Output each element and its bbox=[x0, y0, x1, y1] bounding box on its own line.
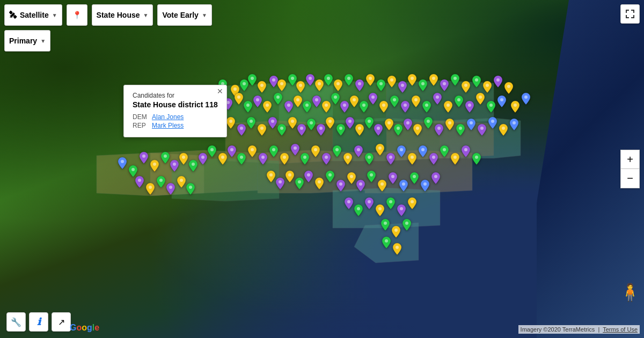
map-pin[interactable] bbox=[389, 172, 397, 187]
map-pin[interactable] bbox=[413, 124, 422, 138]
map-pin[interactable] bbox=[462, 145, 470, 160]
map-pin[interactable] bbox=[296, 81, 305, 95]
map-pin[interactable] bbox=[467, 119, 475, 133]
election-select[interactable]: Vote Early ▼ bbox=[157, 4, 211, 26]
map-pin[interactable] bbox=[487, 101, 495, 115]
district-select[interactable]: State House ▼ bbox=[92, 4, 153, 26]
map-pin[interactable] bbox=[326, 117, 334, 131]
map-pin[interactable] bbox=[350, 95, 358, 110]
map-pin[interactable] bbox=[419, 145, 427, 160]
map-pin[interactable] bbox=[306, 74, 314, 89]
map-pin[interactable] bbox=[397, 145, 406, 160]
map-pin[interactable] bbox=[345, 74, 353, 89]
map-pin[interactable] bbox=[422, 101, 431, 115]
map-pin[interactable] bbox=[365, 153, 374, 167]
map-pin[interactable] bbox=[456, 124, 465, 138]
map-pin[interactable] bbox=[346, 117, 354, 131]
map-pin[interactable] bbox=[494, 76, 502, 90]
map-pin[interactable] bbox=[288, 117, 297, 131]
map-container[interactable]: 🛰 Satellite ▼ 📍 State House ▼ Vote Early… bbox=[0, 0, 644, 338]
map-pin[interactable] bbox=[208, 145, 216, 160]
map-pin[interactable] bbox=[301, 153, 309, 167]
map-pin[interactable] bbox=[465, 101, 474, 115]
map-pin[interactable] bbox=[166, 183, 175, 197]
map-pin[interactable] bbox=[386, 197, 395, 212]
map-pin[interactable] bbox=[199, 153, 207, 167]
map-pin[interactable] bbox=[421, 180, 429, 194]
map-pin[interactable] bbox=[354, 204, 363, 219]
map-pin[interactable] bbox=[365, 197, 374, 212]
map-pin[interactable] bbox=[401, 101, 409, 115]
zoom-in-button[interactable]: + bbox=[620, 150, 640, 169]
map-pin[interactable] bbox=[277, 124, 286, 138]
map-pin[interactable] bbox=[445, 119, 454, 133]
popup-close-button[interactable]: ✕ bbox=[217, 87, 223, 95]
map-pin[interactable] bbox=[412, 95, 420, 110]
map-pin[interactable] bbox=[399, 180, 408, 194]
map-pin[interactable] bbox=[317, 124, 325, 138]
map-pin[interactable] bbox=[376, 204, 384, 219]
map-pin[interactable] bbox=[244, 101, 252, 115]
map-pin[interactable] bbox=[280, 153, 289, 167]
map-pin[interactable] bbox=[179, 153, 188, 167]
map-pin[interactable] bbox=[315, 178, 324, 192]
fullscreen-button[interactable] bbox=[620, 4, 640, 24]
settings-button[interactable]: 🔧 bbox=[6, 312, 26, 332]
map-pin[interactable] bbox=[435, 124, 443, 138]
map-pin[interactable] bbox=[237, 153, 246, 167]
map-pin[interactable] bbox=[228, 145, 236, 160]
map-pin[interactable] bbox=[488, 117, 497, 131]
map-pin[interactable] bbox=[157, 176, 165, 190]
map-pin[interactable] bbox=[311, 145, 320, 160]
map-pin[interactable] bbox=[258, 124, 266, 138]
map-pin[interactable] bbox=[431, 172, 440, 187]
map-pin[interactable] bbox=[390, 95, 399, 110]
map-pin[interactable] bbox=[419, 79, 427, 94]
map-pin[interactable] bbox=[307, 119, 316, 133]
map-pin[interactable] bbox=[336, 180, 345, 194]
map-pin[interactable] bbox=[118, 157, 127, 172]
map-pin[interactable] bbox=[259, 153, 267, 167]
map-pin[interactable] bbox=[410, 172, 419, 187]
map-pin[interactable] bbox=[356, 180, 365, 194]
map-pin[interactable] bbox=[387, 76, 396, 90]
map-pin[interactable] bbox=[402, 219, 411, 233]
map-pin[interactable] bbox=[522, 93, 530, 107]
map-pin[interactable] bbox=[345, 197, 353, 212]
map-pin[interactable] bbox=[451, 153, 459, 167]
map-pin[interactable] bbox=[433, 93, 442, 107]
map-pin[interactable] bbox=[322, 153, 331, 167]
map-pin[interactable] bbox=[440, 79, 449, 94]
map-pin[interactable] bbox=[379, 101, 388, 115]
map-pin[interactable] bbox=[150, 160, 159, 174]
map-pin[interactable] bbox=[218, 153, 227, 167]
map-pin[interactable] bbox=[444, 101, 452, 115]
map-pin[interactable] bbox=[336, 124, 345, 138]
map-pin[interactable] bbox=[140, 152, 148, 166]
map-pin[interactable] bbox=[288, 74, 297, 89]
map-pin[interactable] bbox=[478, 124, 486, 138]
map-pin[interactable] bbox=[315, 79, 324, 94]
map-pin[interactable] bbox=[392, 226, 400, 240]
map-pin[interactable] bbox=[226, 117, 235, 131]
map-pin[interactable] bbox=[295, 178, 304, 192]
map-pin[interactable] bbox=[312, 95, 321, 110]
map-pin[interactable] bbox=[455, 95, 463, 110]
map-pin[interactable] bbox=[504, 82, 513, 97]
map-pin[interactable] bbox=[408, 74, 416, 89]
map-pin[interactable] bbox=[294, 95, 302, 110]
map-pin[interactable] bbox=[269, 145, 278, 160]
map-pin[interactable] bbox=[322, 101, 331, 115]
map-pin[interactable] bbox=[146, 183, 155, 197]
map-pin[interactable] bbox=[510, 119, 518, 133]
map-pin[interactable] bbox=[263, 101, 272, 115]
map-pin[interactable] bbox=[276, 178, 284, 192]
candidate-name[interactable]: Alan Jones bbox=[152, 113, 184, 121]
map-pin[interactable] bbox=[274, 93, 282, 107]
map-pin[interactable] bbox=[340, 101, 349, 115]
location-button[interactable]: 📍 bbox=[67, 4, 87, 26]
map-pin[interactable] bbox=[404, 119, 412, 133]
map-pin[interactable] bbox=[476, 93, 485, 107]
map-pin[interactable] bbox=[269, 76, 278, 90]
street-view-pegman[interactable]: 🧍 bbox=[620, 279, 640, 306]
